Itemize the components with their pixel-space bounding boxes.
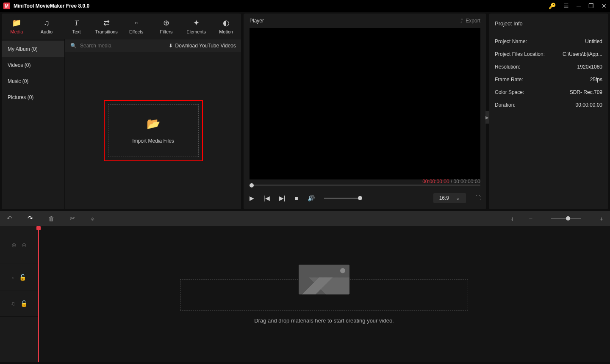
snap-button[interactable]: ⫞ xyxy=(510,215,513,222)
transition-icon: ⇄ xyxy=(103,18,110,28)
zoom-handle[interactable] xyxy=(566,216,570,221)
tab-text[interactable]: TText xyxy=(61,14,92,39)
cut-button[interactable]: ✂ xyxy=(70,215,75,222)
zoom-slider[interactable] xyxy=(551,218,581,219)
info-row-duration: Duration:00:00:00:00 xyxy=(495,99,602,111)
project-info-heading: Project Info xyxy=(495,18,602,29)
tab-motion[interactable]: ◐Motion xyxy=(211,14,241,39)
timeline-tracks[interactable]: Drag and drop materials here to start cr… xyxy=(38,226,610,362)
fullscreen-button[interactable]: ⛶ xyxy=(475,195,480,201)
tab-media[interactable]: 📁Media xyxy=(2,14,32,39)
track-head-video: ⊕ ⊖ xyxy=(0,226,38,264)
timeline-empty-state: Drag and drop materials here to start cr… xyxy=(180,265,468,324)
music-icon: ♫ xyxy=(44,19,50,28)
player-seek-bar[interactable] xyxy=(250,185,480,186)
filters-icon: ⊕ xyxy=(163,18,169,28)
key-icon[interactable]: 🔑 xyxy=(549,3,556,9)
folder-icon: 📁 xyxy=(12,18,21,28)
delete-button[interactable]: 🗑 xyxy=(48,215,55,222)
remove-track-icon[interactable]: ⊖ xyxy=(22,242,27,248)
track-headers: ⊕ ⊖ ▫ 🔓 ♫ 🔓 xyxy=(0,226,38,362)
add-track-icon[interactable]: ⊕ xyxy=(11,242,17,248)
audio-icon: ♫ xyxy=(11,300,15,307)
play-button[interactable]: ▶ xyxy=(250,195,254,201)
track-head-image: ▫ 🔓 xyxy=(0,264,38,290)
aspect-ratio-select[interactable]: 16:9 ⌄ xyxy=(433,193,466,203)
export-button[interactable]: ⤴ Export xyxy=(460,18,480,24)
info-row-framerate: Frame Rate:25fps xyxy=(495,73,602,86)
player-panel: Player ⤴ Export 00:00:00:00 / 00:00:00:0… xyxy=(244,14,486,209)
info-row-resolution: Resolution:1920x1080 xyxy=(495,61,602,73)
sidebar-item-music[interactable]: Music (0) xyxy=(2,73,64,89)
redo-button[interactable]: ↷ xyxy=(28,215,33,222)
info-row-location: Project Files Location:C:\Users\bj\App..… xyxy=(495,48,602,61)
zoom-in-button[interactable]: + xyxy=(599,215,603,222)
media-panel: 📁Media ♫Audio TText ⇄Transitions ▫Effect… xyxy=(2,14,241,209)
maximize-button[interactable]: ❐ xyxy=(588,3,594,9)
media-sidebar: My Album (0) Videos (0) Music (0) Pictur… xyxy=(2,39,64,209)
chevron-down-icon: ⌄ xyxy=(456,195,460,201)
close-button[interactable]: ✕ xyxy=(602,3,607,9)
info-row-name: Project Name:Untitled xyxy=(495,35,602,48)
tab-audio[interactable]: ♫Audio xyxy=(32,14,62,39)
download-icon: ⬇ xyxy=(169,43,173,49)
timeline-empty-text: Drag and drop materials here to start cr… xyxy=(180,317,468,324)
prev-frame-button[interactable]: |◀ xyxy=(263,195,270,201)
time-total: 00:00:00:00 xyxy=(454,179,480,185)
image-icon: ▫ xyxy=(12,274,14,281)
search-input[interactable] xyxy=(80,43,165,49)
export-icon: ⤴ xyxy=(460,18,463,24)
main-tabs: 📁Media ♫Audio TText ⇄Transitions ▫Effect… xyxy=(2,14,241,39)
playhead[interactable] xyxy=(38,226,39,362)
lock-icon[interactable]: 🔓 xyxy=(20,300,28,307)
download-youtube-button[interactable]: ⬇ Download YouTube Videos xyxy=(169,43,236,49)
import-highlight: 📂 Import Media Files xyxy=(104,100,203,161)
tab-filters[interactable]: ⊕Filters xyxy=(151,14,181,39)
player-canvas xyxy=(250,28,480,179)
next-frame-button[interactable]: ▶| xyxy=(279,195,286,201)
import-media-button[interactable]: 📂 Import Media Files xyxy=(108,104,199,157)
time-current: 00:00:00:00 xyxy=(422,179,449,185)
titlebar: M MiniTool MovieMaker Free 8.0.0 🔑 ☰ ─ ❐… xyxy=(0,0,610,12)
app-title: MiniTool MovieMaker Free 8.0.0 xyxy=(14,3,549,9)
search-icon: 🔍 xyxy=(70,43,77,49)
timeline-area: ⊕ ⊖ ▫ 🔓 ♫ 🔓 Drag and drop materials here… xyxy=(0,226,610,362)
sidebar-item-myalbum[interactable]: My Album (0) xyxy=(2,41,64,57)
tab-elements[interactable]: ✦Elements xyxy=(181,14,211,39)
project-info-panel: ▶ Project Info Project Name:Untitled Pro… xyxy=(489,14,608,209)
collapse-handle[interactable]: ▶ xyxy=(485,111,489,124)
minimize-button[interactable]: ─ xyxy=(577,3,581,9)
motion-icon: ◐ xyxy=(223,18,230,28)
folder-open-icon: 📂 xyxy=(125,117,181,130)
tab-effects[interactable]: ▫Effects xyxy=(122,14,152,39)
stop-button[interactable]: ■ xyxy=(294,195,298,201)
elements-icon: ✦ xyxy=(193,18,200,28)
sidebar-item-pictures[interactable]: Pictures (0) xyxy=(2,89,64,105)
app-logo: M xyxy=(3,3,10,9)
sidebar-item-videos[interactable]: Videos (0) xyxy=(2,57,64,73)
volume-icon[interactable]: 🔊 xyxy=(308,195,315,201)
text-icon: T xyxy=(75,19,79,28)
player-title: Player xyxy=(250,18,264,24)
zoom-out-button[interactable]: − xyxy=(529,215,532,222)
placeholder-image-icon xyxy=(299,265,349,295)
effects-icon: ▫ xyxy=(135,19,138,28)
crop-button[interactable]: ⟐ xyxy=(91,215,94,222)
timeline-toolbar: ↶ ↷ 🗑 ✂ ⟐ ⫞ − + xyxy=(0,211,610,226)
volume-slider[interactable] xyxy=(324,198,362,199)
seek-handle[interactable] xyxy=(250,183,254,188)
track-head-audio: ♫ 🔓 xyxy=(0,290,38,317)
undo-button[interactable]: ↶ xyxy=(7,215,12,222)
lock-icon[interactable]: 🔓 xyxy=(19,274,26,281)
info-row-colorspace: Color Space:SDR- Rec.709 xyxy=(495,86,602,99)
menu-icon[interactable]: ☰ xyxy=(563,3,569,9)
volume-handle[interactable] xyxy=(358,196,362,200)
tab-transitions[interactable]: ⇄Transitions xyxy=(92,14,122,39)
